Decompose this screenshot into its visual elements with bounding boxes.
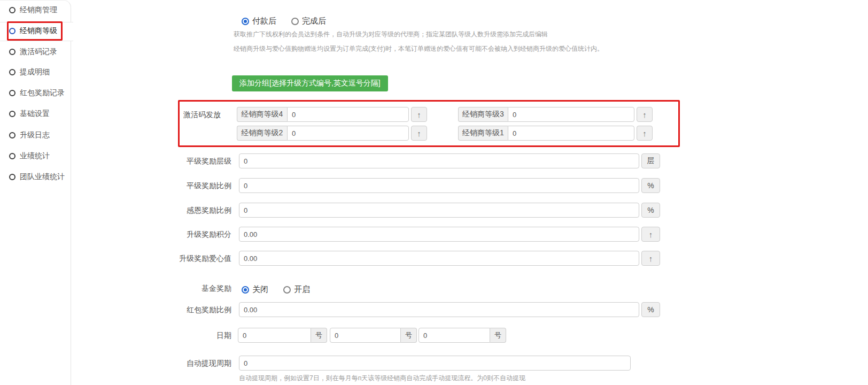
circle-icon (9, 49, 15, 55)
input-prefix-label: 经销商等级1 (458, 126, 508, 141)
sidebar-item-redpacket-reward-records[interactable]: 红包奖励记录 (0, 87, 71, 99)
sidebar-item-team-performance-stats[interactable]: 团队业绩统计 (0, 171, 71, 183)
radio-fund-on[interactable]: 开启 (283, 284, 310, 295)
radio-selected-icon[interactable] (242, 18, 249, 25)
fund-reward-label: 基金奖励 (151, 281, 231, 296)
sidebar-item-dealer-level[interactable]: 经销商等级 (0, 25, 71, 37)
redpacket-reward-ratio-label: 红包奖励比例 (151, 302, 231, 317)
sidebar-item-label: 业绩统计 (20, 151, 50, 161)
step-up-icon[interactable]: ↑ (411, 107, 427, 122)
activation-level2-input[interactable] (287, 126, 409, 141)
sidebar-item-upgrade-log[interactable]: 升级日志 (0, 129, 71, 141)
peer-reward-ratio-label: 平级奖励比例 (151, 178, 231, 193)
sidebar: 经销商管理 经销商等级 激活码记录 提成明细 红包奖励记录 基础设置 升级日志 … (0, 0, 71, 385)
radio-unselected-icon[interactable] (283, 286, 291, 294)
circle-icon (9, 174, 15, 180)
activation-level4-input[interactable] (287, 107, 409, 122)
date-group-3: 号 (418, 328, 506, 343)
circle-icon (9, 69, 15, 75)
sidebar-item-label: 经销商等级 (20, 26, 57, 36)
auto-withdraw-cycle-label: 自动提现周期 (151, 356, 231, 371)
day-addon: 号 (401, 328, 417, 343)
upgrade-help-text-1: 获取推广下线权利的会员达到条件，自动升级为对应等级的代理商；指定某团队等级人数升… (234, 30, 548, 39)
circle-icon (9, 28, 15, 34)
day-addon: 号 (311, 328, 327, 343)
radio-complete-after[interactable]: 完成后 (291, 16, 326, 26)
input-prefix-label: 经销商等级3 (458, 107, 508, 122)
activation-level1-input[interactable] (508, 126, 634, 141)
unit-addon: 层 (641, 153, 660, 168)
upgrade-reward-points-label: 升级奖励积分 (151, 227, 231, 242)
radio-label: 付款后 (252, 16, 276, 26)
fund-reward-radio-group: 关闭 开启 (242, 284, 325, 295)
sidebar-item-activation-code-records[interactable]: 激活码记录 (0, 46, 71, 58)
activation-group-level3: 经销商等级3 (458, 107, 634, 122)
sidebar-item-dealer-management[interactable]: 经销商管理 (0, 4, 71, 16)
peer-reward-level-input[interactable] (239, 153, 639, 168)
radio-label: 开启 (294, 284, 310, 295)
sidebar-item-label: 提成明细 (20, 67, 50, 77)
gratitude-reward-ratio-label: 感恩奖励比例 (151, 203, 231, 218)
radio-label: 关闭 (252, 284, 268, 295)
circle-icon (9, 90, 15, 96)
day-addon: 号 (490, 328, 506, 343)
input-prefix-label: 经销商等级4 (237, 107, 287, 122)
sidebar-item-label: 经销商管理 (20, 5, 57, 15)
radio-fund-off[interactable]: 关闭 (242, 284, 268, 295)
date-group-2: 号 (330, 328, 417, 343)
sidebar-item-label: 红包奖励记录 (20, 88, 65, 98)
activation-code-label: 激活码发放 (141, 107, 221, 122)
step-up-icon[interactable]: ↑ (637, 107, 653, 122)
step-up-icon[interactable]: ↑ (637, 126, 653, 141)
sidebar-item-label: 激活码记录 (20, 47, 57, 57)
percent-addon: % (641, 178, 660, 193)
sidebar-item-commission-details[interactable]: 提成明细 (0, 66, 71, 78)
circle-icon (9, 132, 15, 138)
date-input-1[interactable] (238, 328, 311, 343)
activation-group-level1: 经销商等级1 (458, 126, 634, 141)
sidebar-item-performance-stats[interactable]: 业绩统计 (0, 150, 71, 162)
radio-unselected-icon[interactable] (291, 18, 299, 25)
circle-icon (9, 7, 15, 13)
sidebar-item-label: 基础设置 (20, 109, 50, 119)
upgrade-help-text-2: 经销商升级与爱心值购物赠送均设置为订单完成(支付)时，本笔订单赠送的爱心值有可能… (234, 44, 603, 53)
circle-icon (9, 111, 15, 117)
radio-label: 完成后 (302, 16, 326, 26)
step-up-icon[interactable]: ↑ (641, 227, 660, 242)
sidebar-item-label: 升级日志 (20, 130, 50, 140)
step-up-icon[interactable]: ↑ (411, 126, 427, 141)
date-input-2[interactable] (330, 328, 401, 343)
date-group-1: 号 (238, 328, 327, 343)
percent-addon: % (641, 203, 660, 218)
add-group-button[interactable]: 添加分组[选择升级方式编号,英文逗号分隔] (232, 75, 388, 91)
peer-reward-level-label: 平级奖励层级 (151, 153, 231, 168)
sidebar-item-label: 团队业绩统计 (20, 172, 65, 182)
radio-pay-after[interactable]: 付款后 (242, 16, 276, 26)
upgrade-reward-love-input[interactable] (239, 251, 639, 266)
date-input-3[interactable] (418, 328, 490, 343)
input-prefix-label: 经销商等级2 (237, 126, 287, 141)
gratitude-reward-ratio-input[interactable] (239, 203, 639, 218)
date-label: 日期 (151, 328, 231, 343)
activation-level3-input[interactable] (508, 107, 634, 122)
circle-icon (9, 153, 15, 159)
activation-group-level2: 经销商等级2 (237, 126, 409, 141)
upgrade-reward-points-input[interactable] (239, 227, 639, 242)
radio-selected-icon[interactable] (242, 286, 249, 294)
peer-reward-ratio-input[interactable] (239, 178, 639, 193)
step-up-icon[interactable]: ↑ (641, 251, 660, 266)
upgrade-reward-love-label: 升级奖励爱心值 (151, 251, 231, 266)
sidebar-item-basic-settings[interactable]: 基础设置 (0, 108, 71, 120)
redpacket-reward-ratio-input[interactable] (239, 302, 639, 317)
auto-withdraw-help-text: 自动提现周期，例如设置7日，则在每月每n天该等级经销商自动完成手动提现流程。为0… (239, 374, 525, 383)
auto-withdraw-cycle-input[interactable] (239, 356, 631, 371)
percent-addon: % (641, 302, 660, 317)
activation-group-level4: 经销商等级4 (237, 107, 409, 122)
upgrade-timing-radio-group: 付款后 完成后 (242, 16, 341, 26)
